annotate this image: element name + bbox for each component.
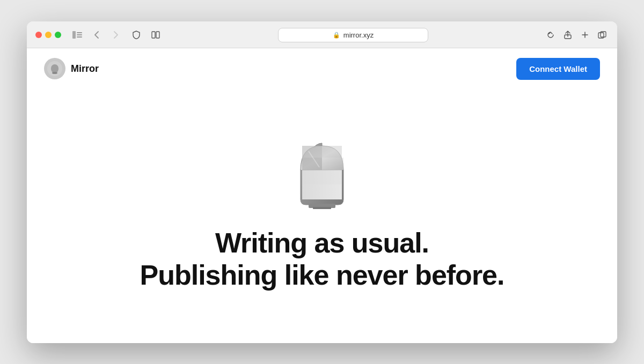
svg-rect-3 xyxy=(77,36,82,38)
close-button[interactable] xyxy=(35,32,42,38)
new-tab-button[interactable] xyxy=(579,28,591,41)
site-name: Mirror xyxy=(71,63,99,75)
mirror-illustration xyxy=(292,140,352,210)
svg-rect-13 xyxy=(322,146,342,158)
browser-action-buttons xyxy=(544,28,609,41)
svg-rect-18 xyxy=(302,184,342,199)
back-button[interactable] xyxy=(89,29,104,40)
hero-text: Writing as usual. Publishing like never … xyxy=(140,227,504,292)
logo-icon xyxy=(47,61,62,76)
svg-rect-15 xyxy=(322,158,343,170)
url-display: mirror.xyz xyxy=(343,31,374,39)
sidebar-toggle[interactable] xyxy=(70,29,85,40)
svg-point-10 xyxy=(52,72,57,74)
shield-icon[interactable] xyxy=(130,28,143,41)
website-content: Mirror Connect Wallet xyxy=(27,48,617,343)
reader-mode-icon[interactable] xyxy=(149,28,162,41)
address-bar-container: 🔒 mirror.xyz xyxy=(169,28,538,42)
site-header: Mirror Connect Wallet xyxy=(27,48,617,90)
reload-button[interactable] xyxy=(544,28,557,41)
logo-avatar xyxy=(44,58,65,79)
traffic-lights xyxy=(35,32,61,38)
svg-rect-14 xyxy=(302,158,322,170)
connect-wallet-button[interactable]: Connect Wallet xyxy=(516,58,600,80)
maximize-button[interactable] xyxy=(55,32,61,38)
browser-chrome: 🔒 mirror.xyz xyxy=(27,21,617,48)
svg-rect-21 xyxy=(313,207,331,209)
browser-controls xyxy=(70,29,123,40)
minimize-button[interactable] xyxy=(45,32,52,38)
page-icon-area xyxy=(149,28,162,41)
hero-headline: Writing as usual. Publishing like never … xyxy=(140,227,504,292)
svg-rect-5 xyxy=(156,32,159,38)
duplicate-tab-button[interactable] xyxy=(596,28,609,41)
shield-area xyxy=(130,28,143,41)
hero-section: Writing as usual. Publishing like never … xyxy=(27,90,617,343)
svg-rect-0 xyxy=(72,31,76,39)
hero-headline-line2: Publishing like never before. xyxy=(140,259,504,291)
lock-icon: 🔒 xyxy=(333,32,340,39)
svg-rect-4 xyxy=(152,32,155,38)
svg-rect-2 xyxy=(77,34,82,35)
hero-image xyxy=(292,140,352,210)
hero-headline-line1: Writing as usual. xyxy=(215,227,429,258)
site-logo: Mirror xyxy=(44,58,99,79)
browser-window: 🔒 mirror.xyz xyxy=(27,21,617,343)
share-button[interactable] xyxy=(561,28,574,41)
address-bar[interactable]: 🔒 mirror.xyz xyxy=(278,28,428,42)
forward-button[interactable] xyxy=(108,29,123,40)
svg-rect-1 xyxy=(77,32,82,33)
svg-rect-17 xyxy=(302,170,342,184)
